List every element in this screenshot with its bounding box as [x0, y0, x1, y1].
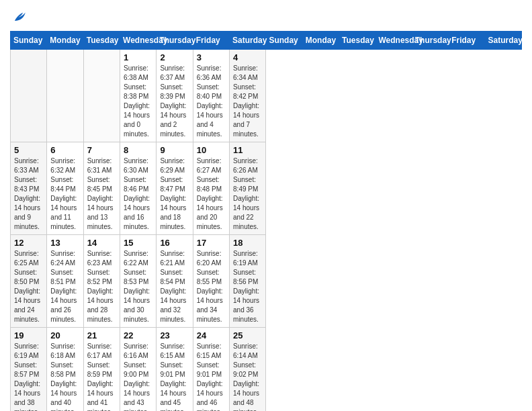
- day-info: Sunrise: 6:17 AM Sunset: 8:59 PM Dayligh…: [87, 342, 116, 411]
- day-number: 12: [14, 238, 43, 248]
- calendar-cell: 16Sunrise: 6:21 AM Sunset: 8:54 PM Dayli…: [157, 235, 193, 328]
- day-number: 19: [14, 330, 43, 340]
- column-header-friday: Friday: [193, 32, 229, 50]
- day-info: Sunrise: 6:33 AM Sunset: 8:43 PM Dayligh…: [14, 156, 43, 232]
- day-info: Sunrise: 6:26 AM Sunset: 8:49 PM Dayligh…: [233, 156, 262, 232]
- day-number: 20: [50, 330, 79, 340]
- day-number: 15: [124, 238, 152, 248]
- calendar-cell: 13Sunrise: 6:24 AM Sunset: 8:51 PM Dayli…: [47, 235, 83, 328]
- day-number: 4: [233, 52, 262, 62]
- day-info: Sunrise: 6:21 AM Sunset: 8:54 PM Dayligh…: [160, 249, 189, 324]
- day-info: Sunrise: 6:34 AM Sunset: 8:42 PM Dayligh…: [233, 64, 262, 139]
- day-number: 22: [124, 330, 152, 340]
- calendar-row-2: 5Sunrise: 6:33 AM Sunset: 8:43 PM Daylig…: [11, 142, 522, 235]
- column-header-monday: Monday: [47, 32, 83, 50]
- calendar-cell: 10Sunrise: 6:27 AM Sunset: 8:48 PM Dayli…: [193, 142, 229, 235]
- calendar-cell: 14Sunrise: 6:23 AM Sunset: 8:52 PM Dayli…: [83, 235, 120, 328]
- day-info: Sunrise: 6:27 AM Sunset: 8:48 PM Dayligh…: [197, 156, 226, 232]
- calendar-cell: 17Sunrise: 6:20 AM Sunset: 8:55 PM Dayli…: [193, 235, 229, 328]
- calendar-row-3: 12Sunrise: 6:25 AM Sunset: 8:50 PM Dayli…: [11, 235, 522, 328]
- calendar-body: 1Sunrise: 6:38 AM Sunset: 8:38 PM Daylig…: [11, 50, 522, 412]
- calendar-cell: 7Sunrise: 6:31 AM Sunset: 8:45 PM Daylig…: [83, 142, 120, 235]
- day-info: Sunrise: 6:15 AM Sunset: 9:01 PM Dayligh…: [160, 342, 189, 411]
- calendar-cell: 21Sunrise: 6:17 AM Sunset: 8:59 PM Dayli…: [83, 328, 120, 412]
- day-info: Sunrise: 6:37 AM Sunset: 8:39 PM Dayligh…: [160, 64, 189, 139]
- calendar-cell: [47, 50, 83, 142]
- day-number: 13: [50, 238, 79, 248]
- day-info: Sunrise: 6:19 AM Sunset: 8:56 PM Dayligh…: [233, 249, 262, 324]
- day-info: Sunrise: 6:24 AM Sunset: 8:51 PM Dayligh…: [50, 249, 79, 324]
- col-header-friday: Friday: [449, 32, 485, 50]
- day-number: 9: [160, 145, 189, 155]
- col-header-monday: Monday: [302, 32, 339, 50]
- day-number: 7: [87, 145, 116, 155]
- day-number: 17: [197, 238, 226, 248]
- page-header: [10, 7, 522, 26]
- day-number: 24: [197, 330, 226, 340]
- calendar-cell: 19Sunrise: 6:19 AM Sunset: 8:57 PM Dayli…: [11, 328, 47, 412]
- column-header-sunday: Sunday: [11, 32, 47, 50]
- calendar-row-1: 1Sunrise: 6:38 AM Sunset: 8:38 PM Daylig…: [11, 50, 522, 142]
- col-header-sunday: Sunday: [266, 32, 302, 50]
- day-number: 2: [160, 52, 189, 62]
- calendar-cell: 1Sunrise: 6:38 AM Sunset: 8:38 PM Daylig…: [120, 50, 157, 142]
- col-header-tuesday: Tuesday: [339, 32, 375, 50]
- day-info: Sunrise: 6:31 AM Sunset: 8:45 PM Dayligh…: [87, 156, 116, 232]
- calendar-row-4: 19Sunrise: 6:19 AM Sunset: 8:57 PM Dayli…: [11, 328, 522, 412]
- day-info: Sunrise: 6:38 AM Sunset: 8:38 PM Dayligh…: [124, 64, 152, 139]
- day-number: 21: [87, 330, 116, 340]
- day-number: 5: [14, 145, 43, 155]
- day-number: 25: [233, 330, 262, 340]
- day-info: Sunrise: 6:19 AM Sunset: 8:57 PM Dayligh…: [14, 342, 43, 411]
- calendar-cell: 18Sunrise: 6:19 AM Sunset: 8:56 PM Dayli…: [230, 235, 266, 328]
- calendar-cell: 4Sunrise: 6:34 AM Sunset: 8:42 PM Daylig…: [230, 50, 266, 142]
- calendar-cell: 5Sunrise: 6:33 AM Sunset: 8:43 PM Daylig…: [11, 142, 47, 235]
- day-info: Sunrise: 6:20 AM Sunset: 8:55 PM Dayligh…: [197, 249, 226, 324]
- day-info: Sunrise: 6:36 AM Sunset: 8:40 PM Dayligh…: [197, 64, 226, 139]
- day-number: 14: [87, 238, 116, 248]
- day-number: 10: [197, 145, 226, 155]
- calendar-cell: 25Sunrise: 6:14 AM Sunset: 9:02 PM Dayli…: [230, 328, 266, 412]
- calendar-header: SundayMondayTuesdayWednesdayThursdayFrid…: [11, 32, 522, 50]
- calendar-cell: [83, 50, 120, 142]
- day-info: Sunrise: 6:22 AM Sunset: 8:53 PM Dayligh…: [124, 249, 152, 324]
- day-info: Sunrise: 6:23 AM Sunset: 8:52 PM Dayligh…: [87, 249, 116, 324]
- day-number: 18: [233, 238, 262, 248]
- day-info: Sunrise: 6:25 AM Sunset: 8:50 PM Dayligh…: [14, 249, 43, 324]
- calendar-cell: 3Sunrise: 6:36 AM Sunset: 8:40 PM Daylig…: [193, 50, 229, 142]
- day-number: 23: [160, 330, 189, 340]
- col-header-wednesday: Wednesday: [375, 32, 412, 50]
- day-number: 16: [160, 238, 189, 248]
- col-header-thursday: Thursday: [412, 32, 448, 50]
- column-header-thursday: Thursday: [157, 32, 193, 50]
- calendar-cell: 22Sunrise: 6:16 AM Sunset: 9:00 PM Dayli…: [120, 328, 157, 412]
- logo: [10, 7, 32, 26]
- header-row: SundayMondayTuesdayWednesdayThursdayFrid…: [11, 32, 522, 50]
- col-header-saturday: Saturday: [485, 32, 522, 50]
- calendar-cell: 2Sunrise: 6:37 AM Sunset: 8:39 PM Daylig…: [157, 50, 193, 142]
- day-info: Sunrise: 6:16 AM Sunset: 9:00 PM Dayligh…: [124, 342, 152, 411]
- calendar-table: SundayMondayTuesdayWednesdayThursdayFrid…: [10, 31, 522, 411]
- column-header-tuesday: Tuesday: [83, 32, 120, 50]
- day-number: 8: [124, 145, 152, 155]
- column-header-saturday: Saturday: [230, 32, 266, 50]
- day-info: Sunrise: 6:30 AM Sunset: 8:46 PM Dayligh…: [124, 156, 152, 232]
- day-number: 3: [197, 52, 226, 62]
- calendar-cell: 20Sunrise: 6:18 AM Sunset: 8:58 PM Dayli…: [47, 328, 83, 412]
- day-info: Sunrise: 6:32 AM Sunset: 8:44 PM Dayligh…: [50, 156, 79, 232]
- calendar-cell: 15Sunrise: 6:22 AM Sunset: 8:53 PM Dayli…: [120, 235, 157, 328]
- day-number: 1: [124, 52, 152, 62]
- calendar-cell: 6Sunrise: 6:32 AM Sunset: 8:44 PM Daylig…: [47, 142, 83, 235]
- day-info: Sunrise: 6:18 AM Sunset: 8:58 PM Dayligh…: [50, 342, 79, 411]
- day-info: Sunrise: 6:15 AM Sunset: 9:01 PM Dayligh…: [197, 342, 226, 411]
- calendar-cell: 24Sunrise: 6:15 AM Sunset: 9:01 PM Dayli…: [193, 328, 229, 412]
- calendar-cell: 11Sunrise: 6:26 AM Sunset: 8:49 PM Dayli…: [230, 142, 266, 235]
- calendar-cell: [11, 50, 47, 142]
- day-info: Sunrise: 6:14 AM Sunset: 9:02 PM Dayligh…: [233, 342, 262, 411]
- day-number: 11: [233, 145, 262, 155]
- day-info: Sunrise: 6:29 AM Sunset: 8:47 PM Dayligh…: [160, 156, 189, 232]
- calendar-cell: 23Sunrise: 6:15 AM Sunset: 9:01 PM Dayli…: [157, 328, 193, 412]
- column-header-wednesday: Wednesday: [120, 32, 157, 50]
- calendar-cell: 8Sunrise: 6:30 AM Sunset: 8:46 PM Daylig…: [120, 142, 157, 235]
- calendar-cell: 12Sunrise: 6:25 AM Sunset: 8:50 PM Dayli…: [11, 235, 47, 328]
